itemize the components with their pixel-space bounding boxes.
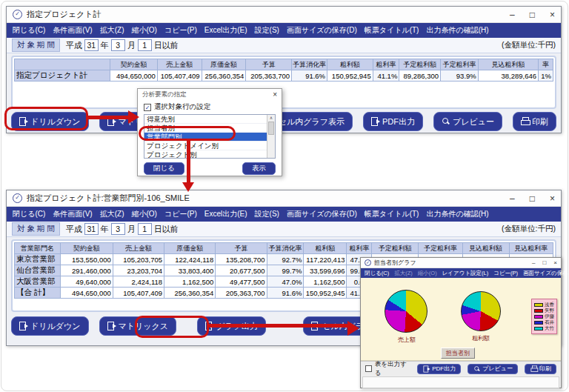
menu-item-excel-export[interactable]: Excel出力(E): [204, 209, 247, 219]
era-label: 平成: [66, 224, 82, 235]
data-cell: 49,477,500: [216, 276, 267, 288]
table-row[interactable]: 指定プロジェクト計 494,650,000 105,407,409 256,36…: [15, 70, 553, 82]
menu-item-close[interactable]: 閉じる(C): [365, 270, 389, 277]
row-label-cell: 【合 計】: [15, 288, 61, 299]
menu-item-report-title[interactable]: 帳票タイトル(T): [365, 25, 419, 36]
header-cell: 予定粗利率: [419, 243, 462, 254]
menu-item-condition-screen[interactable]: 条件画面(V): [53, 25, 92, 36]
month-input[interactable]: 3: [111, 223, 125, 235]
scrollbar-up-icon[interactable]: ∧: [270, 116, 273, 120]
header-cell: 予定粗利率: [441, 59, 479, 70]
list-item-customer[interactable]: 得意先別: [144, 115, 275, 124]
header-cell: [15, 59, 110, 70]
menu-item-output-conditions[interactable]: 出力条件の確認(H): [426, 25, 488, 36]
header-cell: 粗利額: [327, 59, 373, 70]
menu-item-save-screen-size[interactable]: 画面サイズの保存(D): [287, 25, 357, 36]
header-cell: 粗利率: [373, 59, 399, 70]
data-cell: 256,360,354: [202, 70, 246, 82]
year-input[interactable]: 31: [84, 39, 99, 51]
print-button[interactable]: 印刷: [525, 364, 556, 374]
menu-item-copy[interactable]: コピー(P): [164, 25, 197, 36]
data-cell: 33,803,400: [164, 265, 216, 276]
checkbox-checked-icon[interactable]: ✓: [144, 104, 151, 111]
top-window-titlebar: ✓ 指定プロジェクト計 – □ ×: [7, 7, 561, 23]
preview-button[interactable]: プレビュー: [467, 364, 518, 374]
legend: 浅香 矢野 伊藤 石井 大竹: [531, 299, 557, 334]
menu-item-output-conditions[interactable]: 出力条件の確認(H): [426, 209, 488, 219]
scrollbar-thumb[interactable]: [268, 122, 274, 135]
menu-item-condition-screen[interactable]: 条件画面(V): [53, 209, 92, 219]
data-cell: 494,650,000: [60, 288, 113, 299]
menu-item-zoom-in[interactable]: 拡大(Z): [100, 209, 124, 219]
preview-button[interactable]: プレビュー: [433, 112, 502, 131]
menu-item-settings[interactable]: 設定(S): [255, 209, 279, 219]
annotation-box-sales-department: [139, 126, 236, 141]
pdf-output-button[interactable]: PDF出力: [417, 364, 461, 374]
legend-item: 伊藤: [534, 313, 554, 319]
header-cell: 見込粗利率: [509, 243, 553, 254]
year-unit: 年: [101, 224, 109, 235]
list-item-project[interactable]: プロジェクト別: [144, 150, 275, 159]
popup-close-icon[interactable]: ×: [273, 90, 277, 99]
print-button[interactable]: 印刷: [513, 112, 556, 131]
close-button[interactable]: ×: [553, 259, 557, 266]
minimize-button[interactable]: –: [510, 10, 515, 20]
month-unit: 月: [127, 40, 136, 51]
popup-show-button[interactable]: 表示: [242, 162, 276, 175]
pie-label-sales: 売上額: [377, 336, 436, 344]
menu-item-zoom-out[interactable]: 縮小(O): [131, 25, 156, 36]
legend-color-chip: [534, 321, 543, 325]
menu-item-report-title[interactable]: 帳票タイトル(T): [365, 209, 419, 219]
header-cell: 予算: [246, 59, 292, 70]
maximize-button[interactable]: □: [530, 193, 535, 204]
header-cell: 売上金額: [113, 243, 164, 254]
menu-item-copy[interactable]: コピー(P): [164, 209, 197, 219]
data-cell: 33,599,696: [304, 265, 347, 276]
list-item-project-main[interactable]: プロジェクトメイン別: [144, 142, 275, 150]
drilldown-button[interactable]: ドリルダウン: [11, 316, 89, 336]
checkbox-unchecked-icon[interactable]: [365, 365, 372, 372]
document-arrow-icon: [424, 365, 430, 372]
menu-item-excel-export[interactable]: Excel出力(E): [204, 25, 247, 36]
printer-icon: [521, 117, 530, 126]
month-input[interactable]: 3: [111, 39, 125, 51]
month-unit: 月: [127, 224, 136, 235]
gross-profit-pie-chart: [461, 291, 501, 331]
menu-item-copy[interactable]: コピー(P): [493, 270, 518, 277]
data-cell: 1,162,500: [164, 276, 216, 288]
group-by-person-button[interactable]: 担当者別: [441, 348, 475, 359]
maximize-button[interactable]: □: [542, 259, 546, 266]
menu-item-save-screen-size[interactable]: 画面サイズの保存(D): [287, 209, 357, 219]
minimize-button[interactable]: –: [510, 193, 515, 204]
data-cell: 89,286,300: [399, 70, 441, 82]
data-cell: 1%: [539, 70, 553, 82]
menu-item-close[interactable]: 閉じる(C): [13, 209, 45, 219]
document-arrow-icon: [19, 322, 29, 330]
top-button-row: ドリルダウン マトリックス セル内グラフ表示 PDF出力 プレビュー 印刷: [11, 112, 556, 131]
menu-item-settings[interactable]: 設定(S): [255, 25, 279, 36]
legend-color-chip: [534, 309, 543, 313]
close-button[interactable]: ×: [550, 10, 555, 20]
pdf-output-button[interactable]: PDF出力: [363, 112, 423, 131]
printer-icon: [531, 365, 538, 372]
legend-item: 大竹: [534, 325, 554, 331]
year-input[interactable]: 31: [84, 223, 99, 235]
day-input[interactable]: 1: [138, 223, 152, 235]
data-cell: 135,208,700: [216, 254, 267, 265]
scrollbar[interactable]: ∧: [267, 115, 275, 158]
menu-item-layout-settings[interactable]: レイアウト設定(L): [442, 270, 489, 277]
minimize-button[interactable]: –: [532, 259, 535, 266]
pie-window-titlebar: ✓ 担当者別グラフ – □ ×: [361, 258, 561, 268]
popup-close-button[interactable]: 閉じる: [144, 162, 184, 175]
menu-item-zoom-in[interactable]: 拡大(Z): [100, 25, 124, 36]
maximize-button[interactable]: □: [530, 10, 535, 20]
header-cell: 率: [539, 59, 553, 70]
close-button[interactable]: ×: [550, 193, 555, 204]
day-input[interactable]: 1: [138, 39, 152, 51]
annotation-arrowhead-right-1: [128, 110, 139, 124]
selection-checkbox-row[interactable]: ✓ 選択対象行の設定: [138, 100, 282, 113]
menu-item-zoom-out[interactable]: 縮小(O): [131, 209, 156, 219]
menu-item-save-screen-size[interactable]: 画面サイズの保存(D): [523, 270, 569, 277]
unit-note: (金額単位:千円): [502, 40, 556, 50]
menu-item-close[interactable]: 閉じる(C): [13, 25, 45, 36]
